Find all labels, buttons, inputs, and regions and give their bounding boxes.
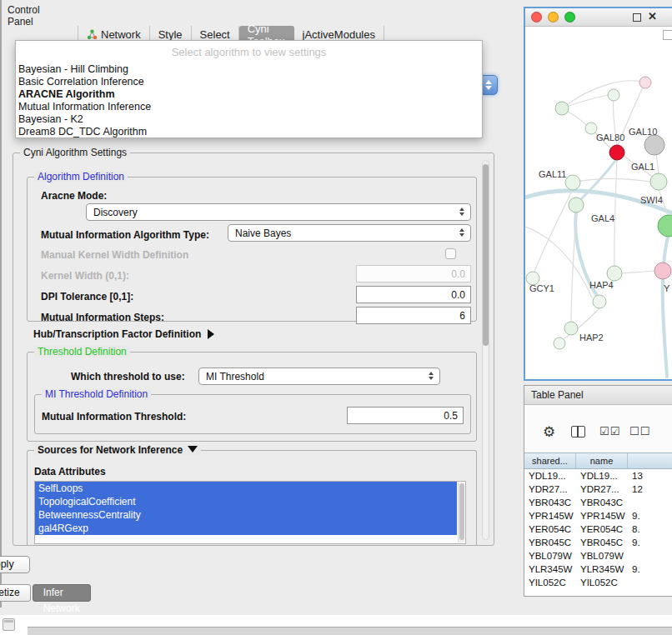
list-scrollbar-thumb[interactable] <box>459 483 464 540</box>
aracne-mode-label: Aracne Mode: <box>41 190 107 202</box>
sources-legend[interactable]: Sources for Network Inference <box>34 444 201 456</box>
close-panel-icon[interactable]: ✕ <box>648 10 657 22</box>
table-row[interactable]: YDR27...YDR27...12 <box>524 482 672 496</box>
traffic-lights <box>531 12 575 22</box>
float-panel-icon[interactable] <box>633 13 641 22</box>
list-scrollbar[interactable] <box>458 482 464 542</box>
network-icon <box>87 29 98 40</box>
deselect-all-checks-icon[interactable]: ☐☐ <box>629 425 650 438</box>
mi-steps-field[interactable]: 6 <box>356 307 471 324</box>
table-row[interactable]: YER054CYER054C8. <box>524 522 672 536</box>
select-all-checks-icon[interactable]: ☑☑ <box>599 425 620 438</box>
table-row[interactable]: YBR043CYBR043C <box>524 496 672 509</box>
network-node[interactable] <box>585 122 597 134</box>
network-node[interactable] <box>609 145 624 160</box>
bottom-tab-infer-network[interactable]: Infer Network <box>33 584 91 602</box>
gear-icon[interactable]: ⚙ <box>543 423 555 441</box>
network-window-titlebar[interactable]: ✕ <box>525 8 672 27</box>
table-cell: YER054C <box>576 522 628 536</box>
menu-item-bayesian-hill-climbing[interactable]: Bayesian - Hill Climbing <box>16 63 482 76</box>
network-node[interactable] <box>639 77 651 88</box>
manual-kernel-checkbox[interactable] <box>445 248 456 259</box>
data-attributes-label: Data Attributes <box>34 466 106 478</box>
mi-threshold-field[interactable]: 0.5 <box>347 407 464 424</box>
network-node-label: SWI4 <box>640 195 663 205</box>
menu-item-bayesian-k2[interactable]: Bayesian - K2 <box>16 113 482 126</box>
network-node[interactable] <box>555 102 569 115</box>
columns-icon[interactable] <box>571 426 585 438</box>
table-row[interactable]: YBR045CYBR045C9. <box>524 536 672 549</box>
table-row[interactable]: YBL079WYBL079W <box>524 549 672 562</box>
control-panel-title: Control Panel <box>8 4 40 28</box>
mi-type-combo[interactable]: Naive Bayes <box>228 224 471 242</box>
threshold-definition-group: Threshold Definition Which threshold to … <box>27 352 477 442</box>
table-panel-window: Table Panel ⚙ ☑☑ ☐☐ shared...name YDL19.… <box>524 385 672 597</box>
attr-item-gal4rgexp[interactable]: gal4RGexp <box>35 522 457 535</box>
which-threshold-value: MI Threshold <box>206 371 264 382</box>
table-panel-titlebar[interactable]: Table Panel <box>524 386 672 405</box>
table-row[interactable]: YLR345WYLR345W9. <box>524 562 672 576</box>
network-node-label: Y <box>664 283 670 293</box>
settings-scrollbar[interactable] <box>482 160 489 540</box>
bottom-tab-discretize-data[interactable]: Discretize Data <box>0 584 31 602</box>
minimize-traffic-icon[interactable] <box>548 12 559 22</box>
manual-kernel-label: Manual Kernel Width Definition <box>41 249 188 261</box>
algorithm-definition-group: Algorithm Definition Aracne Mode: Discov… <box>27 177 477 322</box>
network-node[interactable] <box>654 262 671 279</box>
zoom-traffic-icon[interactable] <box>564 12 575 22</box>
combo-arrows-icon <box>459 208 464 216</box>
algorithm-definition-legend: Algorithm Definition <box>34 171 128 182</box>
column-header-name[interactable]: name <box>576 453 628 468</box>
tab-label: Style <box>158 28 183 41</box>
network-node[interactable] <box>554 338 565 349</box>
hub-definition-label: Hub/Transcription Factor Definition <box>33 328 201 340</box>
network-node[interactable] <box>569 198 584 212</box>
network-node[interactable] <box>564 322 578 335</box>
menu-item-dream8-dc-tdc-algorithm[interactable]: Dream8 DC_TDC Algorithm <box>16 126 482 138</box>
network-node[interactable] <box>650 173 667 190</box>
hub-definition-toggle[interactable]: Hub/Transcription Factor Definition <box>33 328 214 340</box>
combo-arrows-icon <box>459 228 464 237</box>
dpi-tolerance-field[interactable]: 0.0 <box>356 286 471 303</box>
kernel-width-label: Kernel Width (0,1): <box>41 270 129 282</box>
network-node[interactable] <box>565 175 580 190</box>
cyni-algorithm-settings-group: Cyni Algorithm Settings Algorithm Defini… <box>13 152 494 546</box>
table-cell: YDL19... <box>524 469 576 482</box>
network-node[interactable] <box>607 266 622 281</box>
network-canvas[interactable]: GAL80GAL10GAL11GAL1SWI4GAL4GCY1HAP4HAP2Y <box>525 27 672 379</box>
menu-item-mutual-information-inference[interactable]: Mutual Information Inference <box>16 101 482 113</box>
table-cell: YLR345W <box>576 562 628 576</box>
table-row[interactable]: YIL052CYIL052C <box>524 576 672 589</box>
table-row[interactable]: YPR145WYPR145W9. <box>524 509 672 522</box>
column-header-shared-[interactable]: shared... <box>524 453 576 468</box>
table-cell: YIL052C <box>524 576 576 589</box>
table-row[interactable]: YDL19...YDL19...13 <box>524 469 672 482</box>
apply-button[interactable]: Apply <box>0 556 30 573</box>
tab-label: Select <box>200 28 230 41</box>
network-node[interactable] <box>608 89 619 101</box>
settings-scrollbar-thumb[interactable] <box>483 164 489 346</box>
which-threshold-combo[interactable]: MI Threshold <box>198 368 440 385</box>
cyni-algorithm-settings-legend: Cyni Algorithm Settings <box>20 147 130 158</box>
table-cell <box>628 576 672 589</box>
mi-threshold-group: MI Threshold Definition Mutual Informati… <box>34 394 471 434</box>
attr-item-betweennesscentrality[interactable]: BetweennessCentrality <box>35 508 457 522</box>
sources-group: Sources for Network Inference Data Attri… <box>27 450 477 545</box>
mi-threshold-legend: MI Threshold Definition <box>42 388 151 400</box>
data-attributes-list[interactable]: SelfLoopsTopologicalCoefficientBetweenne… <box>34 481 466 544</box>
attr-item-topologicalcoefficient[interactable]: TopologicalCoefficient <box>35 495 457 508</box>
aracne-mode-combo[interactable]: Discovery <box>86 203 471 221</box>
minimized-panel-icon[interactable] <box>3 618 15 631</box>
network-edge <box>614 160 617 266</box>
kernel-width-field[interactable]: 0.0 <box>356 265 471 282</box>
network-node[interactable] <box>593 295 606 308</box>
network-node[interactable] <box>658 215 672 237</box>
close-traffic-icon[interactable] <box>531 12 542 22</box>
menu-item-basic-correlation-inference[interactable]: Basic Correlation Inference <box>16 76 482 88</box>
network-node[interactable] <box>644 135 664 155</box>
attr-item-selfloops[interactable]: SelfLoops <box>35 482 457 495</box>
menu-item-aracne-algorithm[interactable]: ARACNE Algorithm <box>16 88 482 101</box>
aracne-mode-value: Discovery <box>93 207 138 218</box>
canvas-scrollbar-corner[interactable] <box>663 30 672 40</box>
column-header-2[interactable] <box>628 453 672 468</box>
